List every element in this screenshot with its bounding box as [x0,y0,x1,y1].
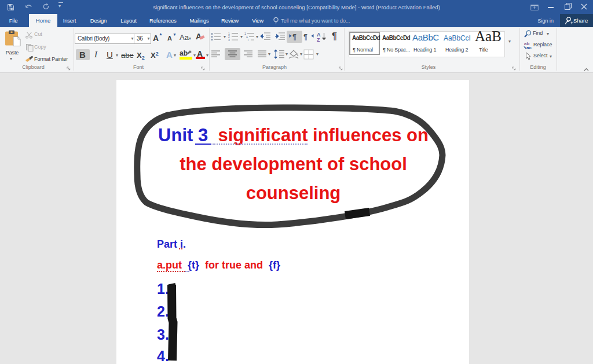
svg-text:¶: ¶ [303,33,308,41]
svg-text:ac: ac [526,45,532,50]
svg-text:i: i [248,38,248,41]
svg-text:3: 3 [228,38,230,41]
svg-text:Z: Z [317,37,320,42]
svg-text:¶: ¶ [292,33,296,41]
